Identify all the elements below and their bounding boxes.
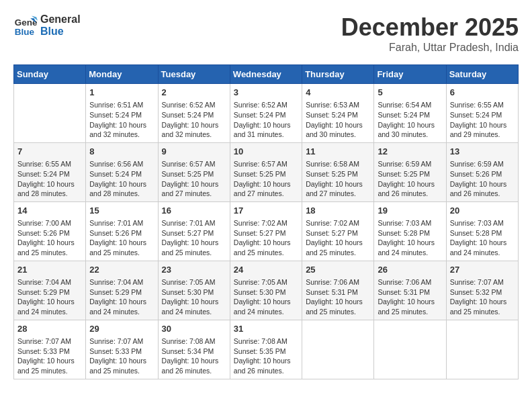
header-cell-tuesday: Tuesday [158,65,230,84]
day-number: 19 [378,205,442,217]
day-number: 20 [450,205,515,217]
day-number: 31 [234,323,298,335]
calendar-header-row: SundayMondayTuesdayWednesdayThursdayFrid… [14,65,519,84]
day-cell: 25Sunrise: 7:06 AMSunset: 5:31 PMDayligh… [302,261,374,320]
day-info: Sunrise: 6:56 AMSunset: 5:24 PMDaylight:… [89,159,154,199]
day-cell: 18Sunrise: 7:02 AMSunset: 5:27 PMDayligh… [302,201,374,261]
day-cell: 22Sunrise: 7:04 AMSunset: 5:29 PMDayligh… [86,261,158,320]
day-number: 8 [89,146,154,158]
day-cell: 15Sunrise: 7:01 AMSunset: 5:26 PMDayligh… [86,201,158,261]
day-cell: 14Sunrise: 7:00 AMSunset: 5:26 PMDayligh… [14,201,86,261]
logo-text-general: General [40,13,81,26]
day-number: 4 [306,87,370,99]
day-number: 29 [89,323,154,335]
day-number: 26 [378,264,442,276]
header-cell-friday: Friday [374,65,446,84]
day-number: 28 [17,323,82,335]
day-cell: 12Sunrise: 6:59 AMSunset: 5:25 PMDayligh… [374,142,446,201]
day-cell: 28Sunrise: 7:07 AMSunset: 5:33 PMDayligh… [14,320,86,379]
week-row-2: 7Sunrise: 6:55 AMSunset: 5:24 PMDaylight… [14,142,519,201]
day-cell [374,320,446,379]
day-cell: 23Sunrise: 7:05 AMSunset: 5:30 PMDayligh… [158,261,230,320]
day-cell [14,84,86,143]
day-number: 23 [162,264,226,276]
day-number: 30 [162,323,226,335]
day-number: 16 [162,205,226,217]
header-cell-sunday: Sunday [14,65,86,84]
day-number: 15 [89,205,154,217]
day-cell [302,320,374,379]
day-info: Sunrise: 7:06 AMSunset: 5:31 PMDaylight:… [306,277,370,317]
day-number: 3 [234,87,298,99]
calendar-body: 1Sunrise: 6:51 AMSunset: 5:24 PMDaylight… [14,84,519,379]
calendar-title-section: December 2025 Farah, Uttar Pradesh, Indi… [341,13,519,54]
logo-text-blue: Blue [40,26,81,38]
day-cell: 26Sunrise: 7:06 AMSunset: 5:31 PMDayligh… [374,261,446,320]
logo-icon: General Blue [13,13,38,38]
day-number: 13 [450,146,515,158]
day-info: Sunrise: 7:06 AMSunset: 5:31 PMDaylight:… [378,277,442,317]
day-cell: 29Sunrise: 7:07 AMSunset: 5:33 PMDayligh… [86,320,158,379]
day-number: 5 [378,87,442,99]
day-info: Sunrise: 7:07 AMSunset: 5:33 PMDaylight:… [89,336,154,376]
day-cell: 1Sunrise: 6:51 AMSunset: 5:24 PMDaylight… [86,84,158,143]
day-info: Sunrise: 7:07 AMSunset: 5:32 PMDaylight:… [450,277,515,317]
day-info: Sunrise: 7:04 AMSunset: 5:29 PMDaylight:… [17,277,82,317]
day-cell: 3Sunrise: 6:52 AMSunset: 5:24 PMDaylight… [230,84,302,143]
day-info: Sunrise: 6:59 AMSunset: 5:25 PMDaylight:… [378,159,442,199]
day-cell [446,320,518,379]
day-info: Sunrise: 7:05 AMSunset: 5:30 PMDaylight:… [162,277,226,317]
day-info: Sunrise: 7:02 AMSunset: 5:27 PMDaylight:… [234,218,298,258]
day-info: Sunrise: 6:59 AMSunset: 5:26 PMDaylight:… [450,159,515,199]
day-cell: 5Sunrise: 6:54 AMSunset: 5:24 PMDaylight… [374,84,446,143]
day-cell: 24Sunrise: 7:05 AMSunset: 5:30 PMDayligh… [230,261,302,320]
header-cell-monday: Monday [86,65,158,84]
day-info: Sunrise: 6:51 AMSunset: 5:24 PMDaylight:… [89,100,154,140]
day-info: Sunrise: 7:08 AMSunset: 5:34 PMDaylight:… [162,336,226,376]
day-number: 18 [306,205,370,217]
day-info: Sunrise: 6:57 AMSunset: 5:25 PMDaylight:… [162,159,226,199]
day-number: 21 [17,264,82,276]
day-number: 25 [306,264,370,276]
page-header: General Blue General Blue December 2025 … [13,13,519,54]
day-cell: 27Sunrise: 7:07 AMSunset: 5:32 PMDayligh… [446,261,518,320]
day-info: Sunrise: 7:02 AMSunset: 5:27 PMDaylight:… [306,218,370,258]
day-cell: 16Sunrise: 7:01 AMSunset: 5:27 PMDayligh… [158,201,230,261]
svg-text:Blue: Blue [15,27,35,37]
week-row-5: 28Sunrise: 7:07 AMSunset: 5:33 PMDayligh… [14,320,519,379]
day-info: Sunrise: 7:03 AMSunset: 5:28 PMDaylight:… [450,218,515,258]
day-cell: 17Sunrise: 7:02 AMSunset: 5:27 PMDayligh… [230,201,302,261]
day-info: Sunrise: 6:57 AMSunset: 5:25 PMDaylight:… [234,159,298,199]
day-cell: 30Sunrise: 7:08 AMSunset: 5:34 PMDayligh… [158,320,230,379]
day-info: Sunrise: 6:54 AMSunset: 5:24 PMDaylight:… [378,100,442,140]
day-number: 14 [17,205,82,217]
day-number: 24 [234,264,298,276]
header-cell-thursday: Thursday [302,65,374,84]
header-cell-wednesday: Wednesday [230,65,302,84]
day-info: Sunrise: 6:55 AMSunset: 5:24 PMDaylight:… [17,159,82,199]
day-number: 2 [162,87,226,99]
calendar-month-year: December 2025 [341,13,519,42]
day-cell: 19Sunrise: 7:03 AMSunset: 5:28 PMDayligh… [374,201,446,261]
day-cell: 8Sunrise: 6:56 AMSunset: 5:24 PMDaylight… [86,142,158,201]
day-number: 22 [89,264,154,276]
day-info: Sunrise: 7:04 AMSunset: 5:29 PMDaylight:… [89,277,154,317]
day-cell: 31Sunrise: 7:08 AMSunset: 5:35 PMDayligh… [230,320,302,379]
day-cell: 10Sunrise: 6:57 AMSunset: 5:25 PMDayligh… [230,142,302,201]
day-info: Sunrise: 6:58 AMSunset: 5:25 PMDaylight:… [306,159,370,199]
day-cell: 2Sunrise: 6:52 AMSunset: 5:24 PMDaylight… [158,84,230,143]
day-info: Sunrise: 7:01 AMSunset: 5:26 PMDaylight:… [89,218,154,258]
day-cell: 6Sunrise: 6:55 AMSunset: 5:24 PMDaylight… [446,84,518,143]
day-info: Sunrise: 6:52 AMSunset: 5:24 PMDaylight:… [162,100,226,140]
day-cell: 13Sunrise: 6:59 AMSunset: 5:26 PMDayligh… [446,142,518,201]
day-info: Sunrise: 7:01 AMSunset: 5:27 PMDaylight:… [162,218,226,258]
day-number: 17 [234,205,298,217]
day-info: Sunrise: 7:05 AMSunset: 5:30 PMDaylight:… [234,277,298,317]
day-info: Sunrise: 6:53 AMSunset: 5:24 PMDaylight:… [306,100,370,140]
week-row-4: 21Sunrise: 7:04 AMSunset: 5:29 PMDayligh… [14,261,519,320]
week-row-3: 14Sunrise: 7:00 AMSunset: 5:26 PMDayligh… [14,201,519,261]
calendar-table: SundayMondayTuesdayWednesdayThursdayFrid… [13,64,519,379]
day-cell: 11Sunrise: 6:58 AMSunset: 5:25 PMDayligh… [302,142,374,201]
day-number: 12 [378,146,442,158]
calendar-location: Farah, Uttar Pradesh, India [341,42,519,54]
